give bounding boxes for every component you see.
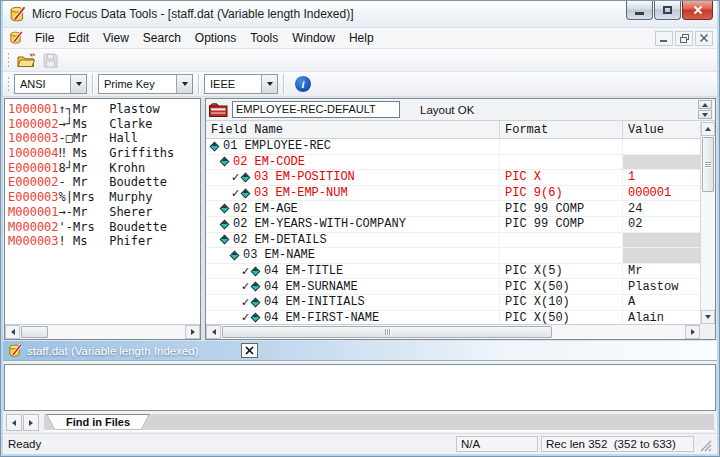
field-name-cell: ✓04 EM-FIRST-NAME [206, 311, 500, 324]
scroll-down-button[interactable] [701, 310, 715, 324]
field-diamond-icon [241, 173, 251, 183]
mdi-restore-button[interactable] [675, 31, 693, 46]
column-header-field-name[interactable]: Field Name [206, 121, 500, 138]
menu-item-search[interactable]: Search [136, 29, 188, 47]
key-combobox[interactable]: Prime Key [98, 74, 193, 94]
window-title: Micro Focus Data Tools - [staff.dat (Var… [32, 7, 354, 21]
status-message: Ready [8, 438, 456, 450]
record-row[interactable]: E0000018┘Mr Krohn [8, 161, 200, 176]
field-row[interactable]: ✓03 EM-EMP-NUMPIC 9(6)000001 [206, 186, 700, 202]
menu-item-help[interactable]: Help [342, 29, 381, 47]
field-row[interactable]: 03 EM-NAME [206, 248, 700, 264]
menu-item-file[interactable]: File [28, 29, 61, 47]
field-name-cell: 01 EMPLOYEE-REC [206, 139, 500, 154]
options-toolbar-grip[interactable] [7, 76, 10, 92]
record-row[interactable]: 1000002→┘Ms Clarke [8, 117, 200, 132]
save-file-button[interactable] [38, 50, 62, 70]
menu-item-options[interactable]: Options [188, 29, 243, 47]
record-row[interactable]: M000003! Ms Phifer [8, 234, 200, 249]
float-format-combobox[interactable]: IEEE [204, 74, 278, 94]
field-row[interactable]: ✓03 EM-POSITIONPIC X1 [206, 170, 700, 186]
field-diamond-icon [220, 204, 230, 214]
field-name-label: 04 EM-FIRST-NAME [264, 311, 379, 324]
record-row[interactable]: 1000003-□Mr Hall [8, 131, 200, 146]
minimize-button[interactable] [626, 1, 653, 20]
record-row[interactable]: M000002'-Mrs Boudette [8, 220, 200, 235]
record-name-box[interactable]: EMPLOYEE-REC-DEFAULT [232, 101, 400, 118]
save-disk-icon [43, 53, 58, 68]
field-format-cell: PIC X [500, 170, 623, 185]
scroll-thumb[interactable] [702, 137, 714, 192]
record-text: Mrs Murphy [73, 190, 152, 204]
scroll-track[interactable] [221, 325, 685, 339]
key-dropdown-arrow-icon[interactable] [176, 75, 192, 93]
record-row[interactable]: 1000004‼ Ms Griffiths [8, 146, 200, 161]
record-row[interactable]: E000002- Mr Boudette [8, 175, 200, 190]
resize-grip[interactable] [698, 438, 712, 452]
menu-item-edit[interactable]: Edit [61, 29, 96, 47]
field-format-cell [500, 139, 623, 154]
maximize-button[interactable] [654, 1, 681, 20]
column-header-value[interactable]: Value [623, 121, 700, 138]
scroll-up-button[interactable] [701, 122, 715, 136]
field-row[interactable]: ✓04 EM-INITIALSPIC X(10)A [206, 295, 700, 311]
field-name-label: 04 EM-SURNAME [264, 280, 358, 294]
records-horizontal-scrollbar[interactable] [5, 324, 200, 339]
layout-vertical-scrollbar[interactable] [700, 122, 715, 324]
scroll-right-button[interactable] [685, 325, 700, 339]
tab-find-in-files[interactable]: Find in Files [46, 414, 150, 430]
menu-item-view[interactable]: View [96, 29, 136, 47]
record-row[interactable]: 1000001↑┐Mr Plastow [8, 102, 200, 117]
toolbar-separator [283, 74, 284, 94]
output-panel[interactable] [4, 364, 716, 411]
tab-scroll-right-button[interactable] [23, 414, 39, 431]
document-tab-label[interactable]: staff.dat (Variable length Indexed) [27, 345, 199, 357]
field-name-cell: 02 EM-DETAILS [206, 233, 500, 248]
menu-item-window[interactable]: Window [285, 29, 342, 47]
scroll-thumb[interactable] [222, 326, 552, 338]
spin-up-button[interactable] [698, 100, 712, 109]
scroll-right-button[interactable] [185, 325, 200, 339]
spin-down-button[interactable] [698, 110, 712, 119]
field-row[interactable]: 02 EM-CODE [206, 155, 700, 171]
status-section-reclen: Rec len 352 (352 to 633) [541, 436, 694, 452]
field-name-label: 04 EM-TITLE [264, 264, 343, 278]
open-file-button[interactable] [14, 50, 38, 70]
document-close-button[interactable] [241, 343, 258, 358]
info-button[interactable]: i [295, 76, 311, 92]
scroll-track[interactable] [701, 136, 715, 310]
charset-dropdown-arrow-icon[interactable] [70, 75, 86, 93]
field-row[interactable]: 02 EM-YEARS-WITH-COMPANYPIC 99 COMP02 [206, 217, 700, 233]
layout-horizontal-scrollbar[interactable] [206, 324, 700, 339]
field-name-label: 02 EM-AGE [233, 202, 298, 216]
field-row[interactable]: ✓04 EM-TITLEPIC X(5)Mr [206, 264, 700, 280]
field-row[interactable]: ✓04 EM-SURNAMEPIC X(50)Plastow [206, 279, 700, 295]
field-row[interactable]: ✓04 EM-FIRST-NAMEPIC X(50)Alain [206, 311, 700, 324]
column-header-format[interactable]: Format [500, 121, 623, 138]
field-row[interactable]: 01 EMPLOYEE-REC [206, 139, 700, 155]
field-row[interactable]: 02 EM-DETAILS [206, 233, 700, 249]
field-row[interactable]: 02 EM-AGEPIC 99 COMP24 [206, 201, 700, 217]
scrollbar-corner [700, 324, 715, 339]
mdi-minimize-button[interactable] [655, 31, 673, 46]
charset-combobox[interactable]: ANSI [14, 74, 87, 94]
record-text: Mr Hall [73, 131, 138, 145]
field-name-cell: 03 EM-NAME [206, 248, 500, 263]
field-value-cell: 02 [623, 217, 700, 232]
tab-scroll-left-button[interactable] [6, 414, 22, 431]
record-id: 1000003 [8, 131, 59, 145]
field-name-cell: ✓04 EM-TITLE [206, 264, 500, 279]
scroll-thumb[interactable] [21, 326, 48, 338]
scroll-left-button[interactable] [206, 325, 221, 339]
float-format-dropdown-arrow-icon[interactable] [261, 75, 277, 93]
field-value-cell: Plastow [623, 279, 700, 294]
scroll-left-button[interactable] [5, 325, 20, 339]
record-binary-chars: '- [59, 220, 73, 234]
close-button[interactable] [682, 1, 713, 20]
menu-item-tools[interactable]: Tools [243, 29, 285, 47]
record-row[interactable]: M000001→-Mr Sherer [8, 205, 200, 220]
scroll-track[interactable] [20, 325, 185, 339]
toolbar-grip[interactable] [7, 52, 10, 68]
record-row[interactable]: E000003%|Mrs Murphy [8, 190, 200, 205]
mdi-close-button[interactable] [695, 31, 713, 46]
